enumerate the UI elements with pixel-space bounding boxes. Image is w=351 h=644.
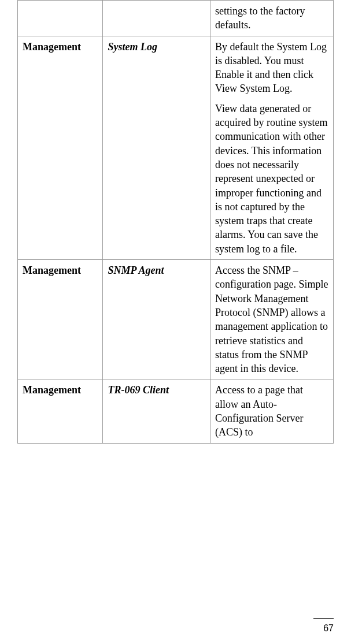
description-cell: Access the SNMP – configuration page. Si… — [210, 260, 334, 379]
table-row: Management TR-069 Client Access to a pag… — [18, 379, 334, 443]
table-row: Management SNMP Agent Access the SNMP – … — [18, 260, 334, 379]
description-text: By default the System Log is disabled. Y… — [215, 40, 328, 96]
item-cell: System Log — [103, 36, 210, 259]
description-cell: settings to the factory defaults. — [210, 1, 334, 36]
category-cell: Management — [18, 260, 103, 379]
settings-table: settings to the factory defaults. Manage… — [17, 0, 334, 444]
category-cell: Management — [18, 36, 103, 259]
description-cell: Access to a page that allow an Auto-Conf… — [210, 379, 334, 443]
item-cell — [103, 1, 210, 36]
table-row: Management System Log By default the Sys… — [18, 36, 334, 259]
description-text: Access the SNMP – configuration page. Si… — [215, 263, 328, 375]
description-cell: By default the System Log is disabled. Y… — [210, 36, 334, 259]
category-cell — [18, 1, 103, 36]
description-text: View data generated or acquired by routi… — [215, 102, 328, 256]
table-row: settings to the factory defaults. — [18, 1, 334, 36]
footer-rule — [313, 618, 334, 619]
item-cell: SNMP Agent — [103, 260, 210, 379]
description-text: settings to the factory defaults. — [215, 4, 328, 32]
item-cell: TR-069 Client — [103, 379, 210, 443]
description-text: Access to a page that allow an Auto-Conf… — [215, 383, 328, 439]
category-cell: Management — [18, 379, 103, 443]
page-number: 67 — [323, 623, 334, 634]
